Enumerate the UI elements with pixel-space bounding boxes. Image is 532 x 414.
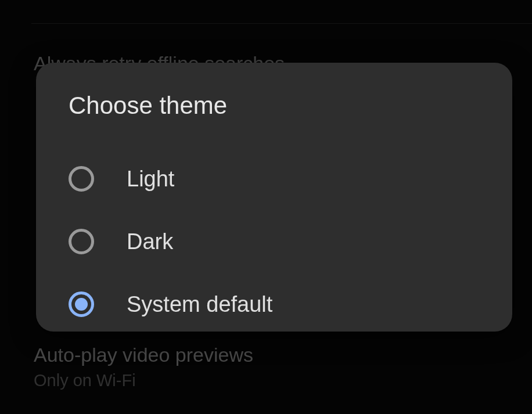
radio-dot <box>75 298 88 311</box>
radio-unselected-icon <box>69 229 94 254</box>
theme-option-light[interactable]: Light <box>69 147 480 210</box>
theme-option-system-default[interactable]: System default <box>69 273 480 336</box>
option-label: Light <box>127 167 174 192</box>
theme-option-dark[interactable]: Dark <box>69 210 480 273</box>
radio-selected-icon <box>69 291 94 317</box>
choose-theme-dialog: Choose theme Light Dark System default <box>36 63 512 332</box>
dialog-title: Choose theme <box>69 92 480 120</box>
option-label: Dark <box>127 229 173 254</box>
option-label: System default <box>127 292 272 317</box>
radio-unselected-icon <box>69 166 94 192</box>
